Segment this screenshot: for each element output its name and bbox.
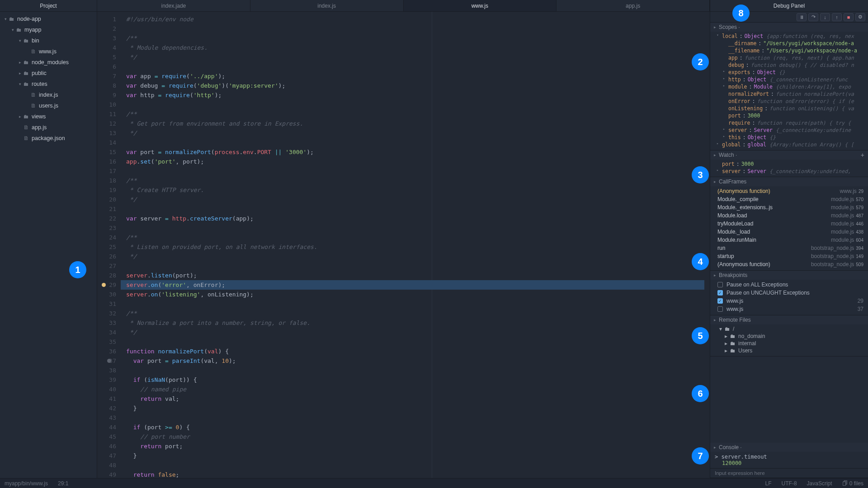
scope-var[interactable]: ▸exports:Object {}	[710, 69, 868, 76]
chevron-right-icon: ▸	[714, 179, 716, 184]
breakpoints-header[interactable]: ▸Breakpoints	[710, 271, 868, 280]
callframe-row[interactable]: tryModuleLoadmodule.js446	[710, 220, 868, 228]
bp-pause-all[interactable]: Pause on ALL Exceptions	[710, 281, 868, 289]
callframe-row[interactable]: (Anonymous function)bootstrap_node.js509	[710, 260, 868, 268]
callframe-row[interactable]: startupbootstrap_node.js149	[710, 252, 868, 260]
tab-index-jade[interactable]: index.jade	[97, 0, 250, 11]
bp-file[interactable]: ✓www.js29	[710, 297, 868, 305]
tree-folder-bin[interactable]: ▾🖿bin	[0, 35, 97, 46]
callframe-row[interactable]: (Anonymous function)www.js29	[710, 187, 868, 195]
tab-app-js[interactable]: app.js	[557, 0, 710, 11]
tab-www-js[interactable]: www.js	[404, 0, 557, 11]
callframe-row[interactable]: runbootstrap_node.js394	[710, 244, 868, 252]
tree-folder-node-modules[interactable]: ▸🖿node_modules	[0, 57, 97, 68]
console-command: > server.timeout	[715, 454, 863, 460]
line-gutter[interactable]: 1234567891011121314151617181920212223242…	[97, 12, 121, 478]
scope-var[interactable]: ▸this:Object {}	[710, 134, 868, 141]
rf-item[interactable]: ▸🖿Users	[710, 347, 868, 354]
scope-var[interactable]: ▸http:Object {_connectionListener:func	[710, 76, 868, 83]
bp-label: Pause on ALL Exceptions	[726, 282, 788, 288]
status-files[interactable]: 🗍0 files	[842, 480, 863, 487]
tree-label: index.js	[39, 92, 58, 98]
step-out-button[interactable]: ↑	[832, 13, 842, 21]
code-content[interactable]: #!/usr/bin/env node/** * Module dependen…	[121, 12, 710, 478]
bp-label: www.js	[726, 298, 743, 304]
section-label: Breakpoints	[719, 272, 747, 278]
code-editor[interactable]: 1234567891011121314151617181920212223242…	[97, 12, 710, 478]
annotation-badge-4: 4	[693, 254, 708, 269]
scope-var[interactable]: ▸server:Server {_connectionKey:undefine	[710, 127, 868, 134]
scope-var[interactable]: port:3000	[710, 112, 868, 119]
scopes-section: ▸Scopes · ▾local:Object {app:function (r…	[710, 23, 868, 150]
watch-header[interactable]: ▸Watch ·+	[710, 150, 868, 160]
console-header[interactable]: ▸Console ·	[710, 443, 868, 452]
breakpoints-section: ▸Breakpoints Pause on ALL Exceptions ✓Pa…	[710, 271, 868, 315]
section-label: Watch ·	[719, 152, 737, 158]
status-encoding[interactable]: UTF-8	[782, 480, 797, 487]
step-over-button[interactable]: ↷	[808, 13, 818, 21]
callframe-row[interactable]: Module.loadmodule.js487	[710, 211, 868, 220]
callframe-row[interactable]: Module.runMainmodule.js604	[710, 236, 868, 244]
scope-var[interactable]: normalizePort:function normalizePort(va	[710, 90, 868, 98]
status-cursor-pos[interactable]: 29:1	[58, 480, 68, 487]
chevron-right-icon: ▸	[723, 76, 728, 83]
tree-file-www[interactable]: 🗎www.js	[0, 46, 97, 57]
tree-folder-root[interactable]: ▾🖿node-app	[0, 14, 97, 24]
callframe-row[interactable]: Module._extensions..jsmodule.js579	[710, 203, 868, 211]
rf-root[interactable]: ▾🖿/	[710, 325, 868, 333]
scope-var[interactable]: ▸module:Module {children:Array[1], expo	[710, 83, 868, 90]
pause-button[interactable]: ⏸	[797, 13, 807, 21]
scope-var[interactable]: __dirname:"/Users/yugi/workspace/node-a	[710, 40, 868, 47]
chevron-right-icon: ▸	[714, 318, 716, 322]
scope-global[interactable]: ▸global:global {Array:function Array() {…	[710, 141, 868, 148]
folder-icon: 🖿	[23, 81, 30, 87]
status-line-ending[interactable]: LF	[765, 480, 772, 487]
step-into-button[interactable]: ↓	[820, 13, 830, 21]
console-input[interactable]: Input expression here	[710, 468, 868, 478]
tree-file-app[interactable]: 🗎app.js	[0, 122, 97, 133]
tree-folder-myapp[interactable]: ▾🖿myapp	[0, 24, 97, 35]
scope-var[interactable]: require:function require(path) { try {	[710, 119, 868, 127]
tree-file-users[interactable]: 🗎users.js	[0, 100, 97, 111]
scope-var[interactable]: app:function (req, res, next) { app.han	[710, 54, 868, 61]
rf-item[interactable]: ▸🖿internal	[710, 340, 868, 347]
checkbox-icon[interactable]	[717, 282, 723, 287]
tree-folder-views[interactable]: ▸🖿views	[0, 111, 97, 122]
tree-label: users.js	[39, 103, 58, 109]
watch-var[interactable]: ▸server:Server {_connectionKey:undefined…	[710, 168, 868, 175]
rf-item[interactable]: ▸🖿no_domain	[710, 333, 868, 340]
bp-pause-uncaught[interactable]: ✓Pause on UNCAUGHT Exceptions	[710, 289, 868, 297]
rf-label: internal	[738, 340, 756, 347]
callframes-header[interactable]: ▸CallFrames	[710, 177, 868, 186]
tree-folder-routes[interactable]: ▾🖿routes	[0, 79, 97, 89]
tree-file-index[interactable]: 🗎index.js	[0, 89, 97, 100]
scope-var[interactable]: __filename:"/Users/yugi/workspace/node-a	[710, 47, 868, 54]
scopes-header[interactable]: ▸Scopes ·	[710, 23, 868, 32]
tree-file-package[interactable]: 🗎package.json	[0, 133, 97, 144]
checkbox-icon[interactable]	[717, 306, 723, 312]
tree-label: public	[32, 70, 47, 76]
tree-label: myapp	[24, 27, 42, 33]
watch-var[interactable]: port:3000	[710, 160, 868, 168]
bp-file[interactable]: www.js37	[710, 305, 868, 313]
remote-files-header[interactable]: ▸Remote Files	[710, 315, 868, 324]
chevron-right-icon: ▸	[717, 141, 722, 148]
settings-button[interactable]: ⚙	[855, 13, 865, 21]
checkbox-icon[interactable]: ✓	[717, 290, 723, 296]
scope-local[interactable]: ▾local:Object {app:function (req, res, n…	[710, 33, 868, 40]
debug-panel: Debug Panel ⏸ ↷ ↓ ↑ ■ ⚙ ▸Scopes · ▾local…	[710, 0, 868, 478]
add-watch-button[interactable]: +	[861, 151, 864, 159]
status-bar: myapp/bin/www.js 29:1 LF UTF-8 JavaScrip…	[0, 478, 868, 488]
tab-index-js[interactable]: index.js	[250, 0, 404, 11]
scope-var[interactable]: onListening:function onListening() { va	[710, 105, 868, 112]
chevron-right-icon: ▸	[725, 347, 727, 354]
callframe-row[interactable]: Module._compilemodule.js570	[710, 195, 868, 203]
scope-var[interactable]: onError:function onError(error) { if (e	[710, 98, 868, 105]
file-icon: 🗎	[30, 48, 37, 55]
checkbox-icon[interactable]: ✓	[717, 298, 723, 304]
callframe-row[interactable]: Module._loadmodule.js438	[710, 228, 868, 236]
tree-folder-public[interactable]: ▸🖿public	[0, 68, 97, 79]
stop-button[interactable]: ■	[844, 13, 854, 21]
scope-var[interactable]: debug:function debug() { // disabled? n	[710, 61, 868, 69]
status-language[interactable]: JavaScript	[807, 480, 832, 487]
